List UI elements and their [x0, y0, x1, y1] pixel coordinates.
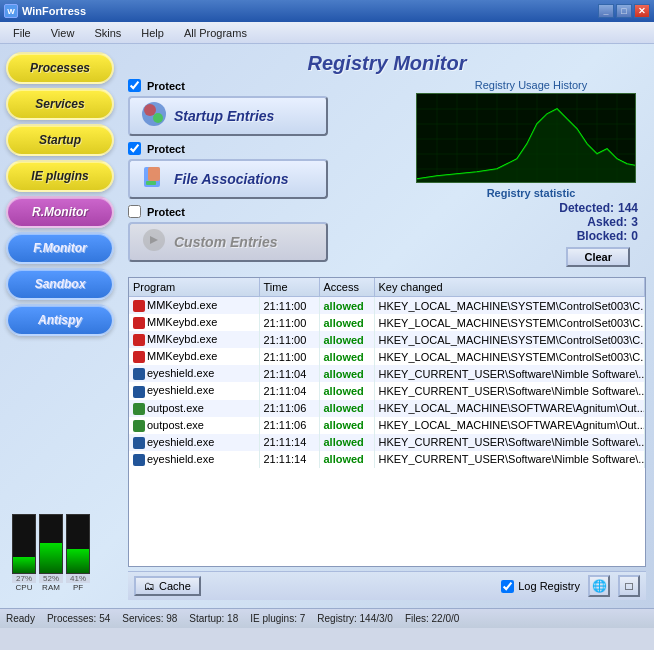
resource-meters: 27% CPU 52% RAM 41% PF: [6, 510, 114, 596]
sidebar-item-ieplugins[interactable]: IE plugins: [6, 160, 114, 192]
sidebar-item-sandbox[interactable]: Sandbox: [6, 268, 114, 300]
status-ieplugins: IE plugins: 7: [250, 613, 305, 624]
content-area: Registry Monitor Protect: [120, 44, 654, 608]
protect-label-fileassoc: Protect: [147, 143, 185, 155]
ram-title: RAM: [42, 583, 60, 592]
registry-table: Program Time Access Key changed MMKeybd.…: [129, 278, 645, 468]
cell-program: eyeshield.exe: [129, 382, 259, 399]
status-startup: Startup: 18: [189, 613, 238, 624]
custom-entries-button[interactable]: Custom Entries: [128, 222, 328, 262]
cell-access: allowed: [319, 451, 374, 468]
cell-access: allowed: [319, 417, 374, 434]
sidebar-item-services[interactable]: Services: [6, 88, 114, 120]
asked-label: Asked:: [587, 215, 627, 229]
file-associations-button[interactable]: File Associations: [128, 159, 328, 199]
cell-access: allowed: [319, 382, 374, 399]
table-row[interactable]: eyeshield.exe21:11:14allowedHKEY_CURRENT…: [129, 451, 645, 468]
sidebar-item-rmonitor[interactable]: R.Monitor: [6, 196, 114, 228]
menu-bar: File View Skins Help All Programs: [0, 22, 654, 44]
sidebar-item-antispy[interactable]: Antispy: [6, 304, 114, 336]
cell-key: HKEY_LOCAL_MACHINE\SYSTEM\ControlSet003\…: [374, 331, 645, 348]
sidebar-item-fmonitor[interactable]: F.Monitor: [6, 232, 114, 264]
cpu-meter: [12, 514, 36, 574]
protect-checkbox-fileassoc[interactable]: [128, 142, 141, 155]
menu-file[interactable]: File: [4, 24, 40, 42]
asked-row: Asked: 3: [416, 215, 646, 229]
pf-title: PF: [73, 583, 83, 592]
sidebar-item-processes[interactable]: Processes: [6, 52, 114, 84]
cell-key: HKEY_LOCAL_MACHINE\SYSTEM\ControlSet003\…: [374, 314, 645, 331]
status-ready: Ready: [6, 613, 35, 624]
app-icon: W: [4, 4, 18, 18]
cell-program: MMKeybd.exe: [129, 331, 259, 348]
cell-access: allowed: [319, 331, 374, 348]
clear-button[interactable]: Clear: [566, 247, 630, 267]
cell-program: outpost.exe: [129, 400, 259, 417]
status-registry: Registry: 144/3/0: [317, 613, 393, 624]
bottom-toolbar: 🗂 Cache Log Registry 🌐 □: [128, 571, 646, 600]
menu-allprograms[interactable]: All Programs: [175, 24, 256, 42]
table-row[interactable]: eyeshield.exe21:11:04allowedHKEY_CURRENT…: [129, 382, 645, 399]
cell-access: allowed: [319, 400, 374, 417]
table-row[interactable]: outpost.exe21:11:06allowedHKEY_LOCAL_MAC…: [129, 417, 645, 434]
cell-time: 21:11:06: [259, 417, 319, 434]
table-row[interactable]: eyeshield.exe21:11:04allowedHKEY_CURRENT…: [129, 365, 645, 382]
maximize-button[interactable]: □: [616, 4, 632, 18]
protect-checkbox-startup[interactable]: [128, 79, 141, 92]
cell-program: eyeshield.exe: [129, 365, 259, 382]
cell-time: 21:11:00: [259, 297, 319, 315]
col-header-key: Key changed: [374, 278, 645, 297]
cell-time: 21:11:04: [259, 382, 319, 399]
menu-skins[interactable]: Skins: [85, 24, 130, 42]
menu-view[interactable]: View: [42, 24, 84, 42]
registry-chart: [416, 93, 636, 183]
cell-key: HKEY_CURRENT_USER\Software\Nimble Softwa…: [374, 382, 645, 399]
registry-table-container[interactable]: Program Time Access Key changed MMKeybd.…: [128, 277, 646, 567]
col-header-time: Time: [259, 278, 319, 297]
cell-time: 21:11:00: [259, 348, 319, 365]
table-row[interactable]: MMKeybd.exe21:11:00allowedHKEY_LOCAL_MAC…: [129, 348, 645, 365]
page-title: Registry Monitor: [128, 52, 646, 75]
settings-icon: □: [625, 579, 632, 593]
cell-key: HKEY_LOCAL_MACHINE\SYSTEM\ControlSet003\…: [374, 348, 645, 365]
table-row[interactable]: MMKeybd.exe21:11:00allowedHKEY_LOCAL_MAC…: [129, 314, 645, 331]
cache-button[interactable]: 🗂 Cache: [134, 576, 201, 596]
menu-help[interactable]: Help: [132, 24, 173, 42]
settings-button[interactable]: □: [618, 575, 640, 597]
startup-icon: [140, 100, 168, 133]
svg-rect-4: [148, 167, 160, 181]
blocked-label: Blocked:: [577, 229, 628, 243]
log-registry-checkbox[interactable]: [501, 580, 514, 593]
protect-row-fileassoc: Protect: [128, 142, 408, 155]
table-row[interactable]: MMKeybd.exe21:11:00allowedHKEY_LOCAL_MAC…: [129, 331, 645, 348]
refresh-button[interactable]: 🌐: [588, 575, 610, 597]
cell-time: 21:11:06: [259, 400, 319, 417]
cell-key: HKEY_LOCAL_MACHINE\SYSTEM\ControlSet003\…: [374, 297, 645, 315]
ram-label: 52%: [39, 574, 63, 583]
chart-area: Registry Usage History: [416, 79, 646, 271]
protect-label-startup: Protect: [147, 80, 185, 92]
close-button[interactable]: ✕: [634, 4, 650, 18]
sidebar-item-startup[interactable]: Startup: [6, 124, 114, 156]
minimize-button[interactable]: _: [598, 4, 614, 18]
status-files: Files: 22/0/0: [405, 613, 459, 624]
main-container: Processes Services Startup IE plugins R.…: [0, 44, 654, 608]
startup-entries-button[interactable]: Startup Entries: [128, 96, 328, 136]
table-row[interactable]: outpost.exe21:11:06allowedHKEY_LOCAL_MAC…: [129, 400, 645, 417]
cell-key: HKEY_LOCAL_MACHINE\SOFTWARE\Agnitum\Out.…: [374, 417, 645, 434]
ram-meter: [39, 514, 63, 574]
protect-checkbox-custom[interactable]: [128, 205, 141, 218]
blocked-row: Blocked: 0: [416, 229, 646, 243]
cell-key: HKEY_LOCAL_MACHINE\SOFTWARE\Agnitum\Out.…: [374, 400, 645, 417]
protect-items: Protect Startup Entries Protect: [128, 79, 408, 271]
cell-access: allowed: [319, 297, 374, 315]
svg-point-2: [153, 113, 163, 123]
custom-icon: [140, 226, 168, 259]
pf-label: 41%: [66, 574, 90, 583]
table-row[interactable]: MMKeybd.exe21:11:00allowedHKEY_LOCAL_MAC…: [129, 297, 645, 315]
detected-value: 144: [618, 201, 638, 215]
table-row[interactable]: eyeshield.exe21:11:14allowedHKEY_CURRENT…: [129, 434, 645, 451]
col-header-access: Access: [319, 278, 374, 297]
status-bar: Ready Processes: 54 Services: 98 Startup…: [0, 608, 654, 628]
protect-row-startup: Protect: [128, 79, 408, 92]
